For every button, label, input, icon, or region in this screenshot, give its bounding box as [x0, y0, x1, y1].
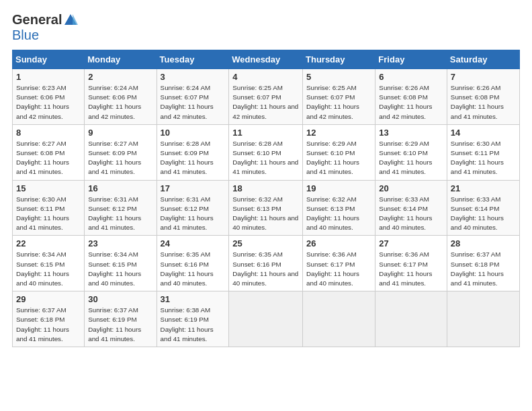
day-info: Sunrise: 6:37 AMSunset: 6:18 PMDaylight:… — [451, 250, 504, 287]
day-number: 16 — [88, 183, 152, 193]
calendar-cell: 29 Sunrise: 6:37 AMSunset: 6:18 PMDaylig… — [13, 291, 85, 347]
day-number: 5 — [306, 72, 371, 82]
calendar-cell: 4 Sunrise: 6:25 AMSunset: 6:07 PMDayligh… — [229, 69, 303, 125]
day-info: Sunrise: 6:23 AMSunset: 6:06 PMDaylight:… — [16, 84, 69, 120]
day-number: 21 — [451, 183, 516, 193]
calendar-cell: 27 Sunrise: 6:36 AMSunset: 6:17 PMDaylig… — [375, 236, 447, 291]
calendar-cell: 11 Sunrise: 6:28 AMSunset: 6:10 PMDaylig… — [229, 124, 303, 180]
logo-general: General — [12, 12, 62, 28]
day-info: Sunrise: 6:29 AMSunset: 6:10 PMDaylight:… — [379, 140, 432, 176]
calendar-cell: 10 Sunrise: 6:28 AMSunset: 6:09 PMDaylig… — [157, 124, 229, 180]
calendar-cell: 19 Sunrise: 6:32 AMSunset: 6:13 PMDaylig… — [303, 180, 375, 236]
calendar-cell: 25 Sunrise: 6:35 AMSunset: 6:16 PMDaylig… — [229, 236, 303, 291]
day-info: Sunrise: 6:29 AMSunset: 6:10 PMDaylight:… — [306, 140, 359, 176]
day-number: 7 — [451, 72, 516, 82]
calendar-week-5: 29 Sunrise: 6:37 AMSunset: 6:18 PMDaylig… — [13, 291, 520, 347]
calendar-cell: 15 Sunrise: 6:30 AMSunset: 6:11 PMDaylig… — [13, 180, 85, 236]
day-info: Sunrise: 6:35 AMSunset: 6:16 PMDaylight:… — [232, 250, 298, 287]
day-info: Sunrise: 6:32 AMSunset: 6:13 PMDaylight:… — [306, 195, 359, 232]
day-number: 12 — [306, 128, 371, 138]
calendar-cell — [375, 291, 447, 347]
day-number: 18 — [232, 183, 299, 193]
calendar-cell: 22 Sunrise: 6:34 AMSunset: 6:15 PMDaylig… — [13, 236, 85, 291]
day-info: Sunrise: 6:31 AMSunset: 6:12 PMDaylight:… — [88, 195, 141, 232]
calendar-cell: 14 Sunrise: 6:30 AMSunset: 6:11 PMDaylig… — [447, 124, 519, 180]
calendar-cell — [447, 291, 519, 347]
day-info: Sunrise: 6:28 AMSunset: 6:10 PMDaylight:… — [232, 140, 298, 176]
logo-icon — [63, 13, 78, 28]
day-info: Sunrise: 6:31 AMSunset: 6:12 PMDaylight:… — [161, 195, 214, 232]
calendar-cell: 28 Sunrise: 6:37 AMSunset: 6:18 PMDaylig… — [447, 236, 519, 291]
day-number: 26 — [306, 238, 371, 248]
calendar-cell: 3 Sunrise: 6:24 AMSunset: 6:07 PMDayligh… — [157, 69, 229, 125]
day-number: 22 — [16, 238, 81, 248]
day-number: 13 — [379, 128, 443, 138]
calendar-cell — [229, 291, 303, 347]
calendar-cell: 31 Sunrise: 6:38 AMSunset: 6:19 PMDaylig… — [157, 291, 229, 347]
day-info: Sunrise: 6:30 AMSunset: 6:11 PMDaylight:… — [16, 195, 69, 232]
day-number: 2 — [88, 72, 152, 82]
calendar-cell: 12 Sunrise: 6:29 AMSunset: 6:10 PMDaylig… — [303, 124, 375, 180]
day-info: Sunrise: 6:34 AMSunset: 6:15 PMDaylight:… — [16, 250, 69, 287]
calendar-cell — [303, 291, 375, 347]
day-number: 19 — [306, 183, 371, 193]
day-info: Sunrise: 6:26 AMSunset: 6:08 PMDaylight:… — [451, 84, 504, 120]
calendar-cell: 2 Sunrise: 6:24 AMSunset: 6:06 PMDayligh… — [85, 69, 157, 125]
day-number: 29 — [16, 294, 81, 304]
day-number: 23 — [88, 238, 152, 248]
calendar-cell: 5 Sunrise: 6:25 AMSunset: 6:07 PMDayligh… — [303, 69, 375, 125]
calendar-cell: 7 Sunrise: 6:26 AMSunset: 6:08 PMDayligh… — [447, 69, 519, 125]
calendar-week-2: 8 Sunrise: 6:27 AMSunset: 6:08 PMDayligh… — [13, 124, 520, 180]
calendar-cell: 18 Sunrise: 6:32 AMSunset: 6:13 PMDaylig… — [229, 180, 303, 236]
day-number: 25 — [232, 238, 299, 248]
calendar-cell: 21 Sunrise: 6:33 AMSunset: 6:14 PMDaylig… — [447, 180, 519, 236]
svg-marker-1 — [73, 14, 78, 25]
calendar-cell: 17 Sunrise: 6:31 AMSunset: 6:12 PMDaylig… — [157, 180, 229, 236]
calendar-cell: 6 Sunrise: 6:26 AMSunset: 6:08 PMDayligh… — [375, 69, 447, 125]
day-number: 20 — [379, 183, 443, 193]
day-info: Sunrise: 6:35 AMSunset: 6:16 PMDaylight:… — [161, 250, 214, 287]
calendar-cell: 23 Sunrise: 6:34 AMSunset: 6:15 PMDaylig… — [85, 236, 157, 291]
calendar-cell: 24 Sunrise: 6:35 AMSunset: 6:16 PMDaylig… — [157, 236, 229, 291]
day-info: Sunrise: 6:34 AMSunset: 6:15 PMDaylight:… — [88, 250, 141, 287]
weekday-header-saturday: Saturday — [447, 50, 519, 69]
day-number: 3 — [161, 72, 226, 82]
logo: General Blue — [12, 12, 78, 43]
day-info: Sunrise: 6:25 AMSunset: 6:07 PMDaylight:… — [232, 84, 298, 120]
weekday-header-monday: Monday — [85, 50, 157, 69]
day-number: 15 — [16, 183, 81, 193]
calendar-cell: 16 Sunrise: 6:31 AMSunset: 6:12 PMDaylig… — [85, 180, 157, 236]
page-header: General Blue — [12, 12, 520, 43]
day-info: Sunrise: 6:28 AMSunset: 6:09 PMDaylight:… — [161, 140, 214, 176]
weekday-header-sunday: Sunday — [13, 50, 85, 69]
day-number: 6 — [379, 72, 443, 82]
day-number: 4 — [232, 72, 299, 82]
weekday-header-tuesday: Tuesday — [157, 50, 229, 69]
day-number: 24 — [161, 238, 226, 248]
day-info: Sunrise: 6:25 AMSunset: 6:07 PMDaylight:… — [306, 84, 359, 120]
day-number: 17 — [161, 183, 226, 193]
day-info: Sunrise: 6:37 AMSunset: 6:18 PMDaylight:… — [16, 306, 69, 342]
weekday-header-wednesday: Wednesday — [229, 50, 303, 69]
weekday-header-row: SundayMondayTuesdayWednesdayThursdayFrid… — [13, 50, 520, 69]
day-info: Sunrise: 6:33 AMSunset: 6:14 PMDaylight:… — [451, 195, 504, 232]
day-number: 27 — [379, 238, 443, 248]
day-info: Sunrise: 6:30 AMSunset: 6:11 PMDaylight:… — [451, 140, 504, 176]
weekday-header-thursday: Thursday — [303, 50, 375, 69]
day-number: 9 — [88, 128, 152, 138]
day-number: 10 — [161, 128, 226, 138]
day-info: Sunrise: 6:26 AMSunset: 6:08 PMDaylight:… — [379, 84, 432, 120]
day-info: Sunrise: 6:36 AMSunset: 6:17 PMDaylight:… — [379, 250, 432, 287]
calendar-table: SundayMondayTuesdayWednesdayThursdayFrid… — [12, 50, 520, 347]
day-number: 28 — [451, 238, 516, 248]
day-number: 31 — [161, 294, 226, 304]
calendar-week-1: 1 Sunrise: 6:23 AMSunset: 6:06 PMDayligh… — [13, 69, 520, 125]
calendar-cell: 20 Sunrise: 6:33 AMSunset: 6:14 PMDaylig… — [375, 180, 447, 236]
day-info: Sunrise: 6:27 AMSunset: 6:09 PMDaylight:… — [88, 140, 141, 176]
day-info: Sunrise: 6:24 AMSunset: 6:06 PMDaylight:… — [88, 84, 141, 120]
calendar-cell: 26 Sunrise: 6:36 AMSunset: 6:17 PMDaylig… — [303, 236, 375, 291]
day-info: Sunrise: 6:36 AMSunset: 6:17 PMDaylight:… — [306, 250, 359, 287]
day-info: Sunrise: 6:32 AMSunset: 6:13 PMDaylight:… — [232, 195, 298, 232]
calendar-week-3: 15 Sunrise: 6:30 AMSunset: 6:11 PMDaylig… — [13, 180, 520, 236]
day-number: 30 — [88, 294, 152, 304]
